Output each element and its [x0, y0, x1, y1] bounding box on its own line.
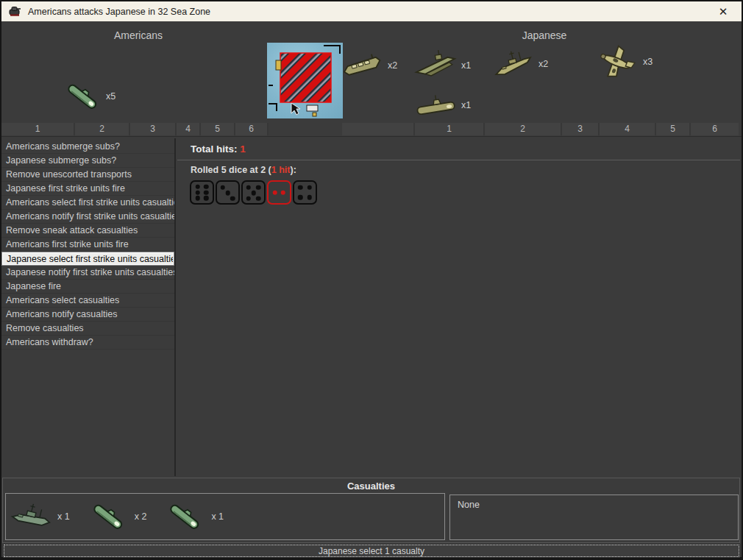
unit-count: x 1 [57, 511, 70, 522]
defender-dice-header: 1 2 3 4 5 6 [342, 123, 739, 135]
dice-header-cell: 1 [1, 123, 75, 135]
dice-header-cell [342, 123, 415, 135]
dice-header-cell: 4 [177, 123, 201, 135]
defender-unit-fighter: x3 [594, 40, 653, 83]
dice-header-cell: 2 [485, 123, 562, 135]
dice-header-cell: 5 [201, 123, 235, 135]
close-button[interactable]: ✕ [712, 3, 734, 20]
step-item: Remove casualties [1, 322, 174, 336]
attacker-dice-header: 1 2 3 4 5 6 [1, 123, 269, 135]
unit-count: x1 [461, 60, 471, 71]
rolled-summary: Rolled 5 dice at 2 (1 hit): [177, 160, 740, 179]
submarine-icon [414, 89, 457, 121]
dice-header-cell: 3 [562, 123, 600, 135]
title-bar[interactable]: Americans attacks Japanese in 32 Sea Zon… [1, 1, 742, 21]
map-unit-marker [307, 105, 318, 111]
casualty-selection-panel: x 1 x 2 x 1 [5, 493, 445, 540]
rolled-suffix: ): [290, 165, 296, 175]
selected-casualties-text: None [458, 500, 480, 510]
casualties-title: Casualties [3, 478, 739, 492]
unit-count: x1 [461, 100, 471, 110]
attacker-unit-submarine: x5 [63, 77, 115, 116]
defender-unit-transport: x2 [341, 49, 397, 82]
unit-count: x 2 [135, 511, 147, 522]
step-item: Japanese submerge subs? [1, 154, 174, 168]
map-unit-marker [276, 60, 281, 70]
destroyer-icon [10, 500, 53, 533]
defender-unit-submarine: x1 [414, 89, 471, 121]
app-icon [9, 5, 21, 18]
main-panel: Americans submerge subs? Japanese submer… [1, 136, 742, 477]
unit-count: x 1 [211, 511, 224, 522]
unit-count: x5 [106, 91, 115, 102]
total-hits-row: Total hits: 1 [177, 137, 740, 160]
defender-unit-destroyer: x2 [491, 48, 548, 80]
submarine-icon [86, 497, 130, 536]
rolled-hit-text: 1 hit [271, 165, 291, 175]
dice-header-cell: 1 [415, 123, 485, 135]
status-action-button[interactable]: Japanese select 1 casualty [4, 545, 739, 557]
unit-count: x2 [388, 60, 397, 71]
die [216, 180, 240, 205]
status-message: Japanese select 1 casualty [319, 546, 424, 556]
dice-row [177, 179, 740, 205]
step-item: Japanese notify first strike units casua… [1, 266, 174, 280]
destroyer-icon [491, 48, 534, 80]
battle-steps-list: Americans submerge subs? Japanese submer… [1, 138, 176, 476]
step-item: Americans notify casualties [1, 308, 174, 322]
dice-result-panel: Total hits: 1 Rolled 5 dice at 2 (1 hit)… [177, 137, 740, 478]
carrier-icon [414, 49, 457, 82]
step-item: Americans submerge subs? [1, 140, 174, 154]
step-item: Americans select first strike units casu… [1, 196, 174, 210]
unit-count: x2 [538, 59, 548, 69]
defender-name-label: Japanese [347, 29, 742, 41]
submarine-icon [163, 497, 207, 536]
die [190, 180, 214, 205]
step-item: Americans notify first strike units casu… [1, 210, 174, 224]
die [293, 180, 317, 205]
unit-count: x3 [643, 57, 653, 67]
step-item: Americans select casualties [1, 294, 174, 308]
window-title: Americans attacks Japanese in 32 Sea Zon… [28, 7, 210, 17]
attacker-name-label: Americans [1, 29, 275, 41]
step-item: Japanese fire [1, 280, 174, 294]
step-item: Americans first strike units fire [1, 238, 174, 252]
die [267, 180, 291, 205]
dice-header-cell: 6 [235, 123, 269, 135]
defender-unit-carrier: x1 [414, 49, 471, 82]
casualty-unit-destroyer[interactable]: x 1 [10, 500, 70, 533]
rolled-prefix: Rolled 5 dice at 2 ( [191, 165, 271, 175]
dice-header-cell: 2 [75, 123, 130, 135]
step-item: Remove sneak attack casualties [1, 224, 174, 238]
dice-header-cell: 3 [130, 123, 177, 135]
map-unit-marker [313, 113, 316, 116]
dice-header-cell: 4 [600, 123, 656, 135]
total-hits-value: 1 [240, 143, 246, 155]
casualties-panel: Casualties x 1 x 2 x 1 None [2, 478, 740, 543]
dice-header-cell: 6 [691, 123, 739, 135]
sea-zone-map-thumbnail [267, 43, 343, 118]
submarine-icon [63, 77, 102, 116]
window-border-bottom [0, 557, 743, 560]
selected-casualties-panel: None [449, 495, 739, 540]
battle-summary-panel: Americans Japanese x5 [1, 21, 742, 136]
step-item: Remove unescorted transports [1, 168, 174, 182]
transport-icon [341, 49, 383, 82]
dice-header-cell: 5 [656, 123, 691, 135]
fighter-icon [594, 40, 639, 83]
battle-window: Americans attacks Japanese in 32 Sea Zon… [0, 0, 743, 560]
casualty-unit-submarine[interactable]: x 1 [163, 497, 224, 536]
die [241, 180, 266, 205]
casualty-unit-submarine[interactable]: x 2 [86, 497, 147, 536]
step-item: Japanese select first strike units casua… [1, 252, 174, 266]
step-item: Japanese first strike units fire [1, 182, 174, 196]
step-item: Americans withdraw? [1, 336, 174, 350]
total-hits-label: Total hits: [191, 143, 238, 155]
